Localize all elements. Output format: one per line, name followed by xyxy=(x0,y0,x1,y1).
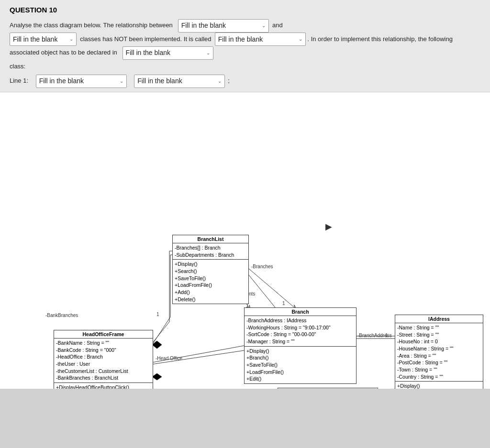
blank6-arrow-icon: ⌄ xyxy=(218,76,222,87)
blank2-dropdown[interactable]: Fill in the blank ⌄ xyxy=(10,33,77,46)
svg-line-23 xyxy=(152,346,244,362)
blank5-arrow-icon: ⌄ xyxy=(120,76,123,87)
question-body: Analyse the class diagram below. The rel… xyxy=(10,19,480,88)
semicolon: ; xyxy=(228,74,230,88)
class-branch-title: Branch xyxy=(245,308,356,316)
question-title: QUESTION 10 xyxy=(10,6,480,14)
svg-text:-Head Office: -Head Office xyxy=(156,356,182,361)
blank4-dropdown[interactable]: Fill in the blank ⌄ xyxy=(122,46,213,60)
class-headofficeframe-methods: +DisplayHeadOfficeButtonClick() +LoginBu… xyxy=(54,383,153,389)
class-headofficeframe-attrs: -BankName : String = "" -BankCode : Stri… xyxy=(54,339,153,383)
blank1-arrow-icon: ⌄ xyxy=(262,21,266,31)
class-customer: Customer -FirstName : String = "" -Surna… xyxy=(278,388,378,389)
svg-text:-BranchAddress: -BranchAddress xyxy=(357,333,392,338)
text-before-blank1: Analyse the class diagram below. The rel… xyxy=(10,22,173,29)
class-customer-title: Customer xyxy=(278,388,378,389)
blank3-dropdown[interactable]: Fill in the blank ⌄ xyxy=(215,33,306,46)
blank2-arrow-icon: ⌄ xyxy=(69,34,73,44)
class-branchlist-attrs: -Branches[] : Branch -SubDepartments : B… xyxy=(173,243,248,260)
svg-text:1: 1 xyxy=(385,333,388,338)
page: QUESTION 10 Analyse the class diagram be… xyxy=(0,0,490,389)
class-branchlist-methods: +Display() +Search() +SaveToFile() +Load… xyxy=(173,260,248,304)
blank4-arrow-icon: ⌄ xyxy=(206,48,210,58)
svg-marker-27 xyxy=(152,373,162,380)
diagram-area: 1 1 -BankBranches 1 -Head Office -theCus… xyxy=(0,92,490,389)
blank5-dropdown[interactable]: Fill in the blank ⌄ xyxy=(36,75,127,88)
class-branch-methods: +Display() +Branch() +SaveToFile() +Load… xyxy=(245,347,356,383)
svg-marker-20 xyxy=(152,341,162,349)
class-branch: Branch -BranchAddress : IAddress -Workin… xyxy=(244,307,356,384)
svg-text:1: 1 xyxy=(156,312,159,317)
class-iaddress-title: IAddress xyxy=(395,315,483,323)
svg-line-17 xyxy=(152,317,170,345)
text-class: class: xyxy=(10,63,25,70)
question-header: QUESTION 10 Analyse the class diagram be… xyxy=(0,0,490,92)
class-iaddress: IAddress -Name : String = "" -Street : S… xyxy=(395,315,483,389)
line1-row: Line 1: Fill in the blank ⌄ Fill in the … xyxy=(10,74,480,88)
class-iaddress-attrs: -Name : String = "" -Street : String = "… xyxy=(395,323,483,382)
class-branch-attrs: -BranchAddress : IAddress -WorkingHours … xyxy=(245,316,356,347)
svg-text:1: 1 xyxy=(282,301,285,306)
line1-label: Line 1: xyxy=(10,74,28,88)
blank6-dropdown[interactable]: Fill in the blank ⌄ xyxy=(134,75,225,88)
text-and: and xyxy=(272,22,283,29)
svg-line-6 xyxy=(148,350,244,365)
class-branchlist-title: BranchList xyxy=(173,235,248,243)
blank3-arrow-icon: ⌄ xyxy=(299,34,302,44)
class-iaddress-methods: +Display() +IAddress() +SaveToFile() +Lo… xyxy=(395,382,483,389)
class-headofficeframe: HeadOfficeFrame -BankName : String = "" … xyxy=(54,330,153,389)
class-branchlist: BranchList -Branches[] : Branch -SubDepa… xyxy=(172,235,249,305)
cursor-icon: ▶ xyxy=(325,221,332,232)
svg-text:-Branches: -Branches xyxy=(251,264,273,269)
svg-text:-BankBranches: -BankBranches xyxy=(45,313,78,318)
text-after-blank2: classes has NOT been implemented. It is … xyxy=(80,35,211,43)
class-headofficeframe-title: HeadOfficeFrame xyxy=(54,330,153,339)
blank1-dropdown[interactable]: Fill in the blank ⌄ xyxy=(178,19,269,33)
